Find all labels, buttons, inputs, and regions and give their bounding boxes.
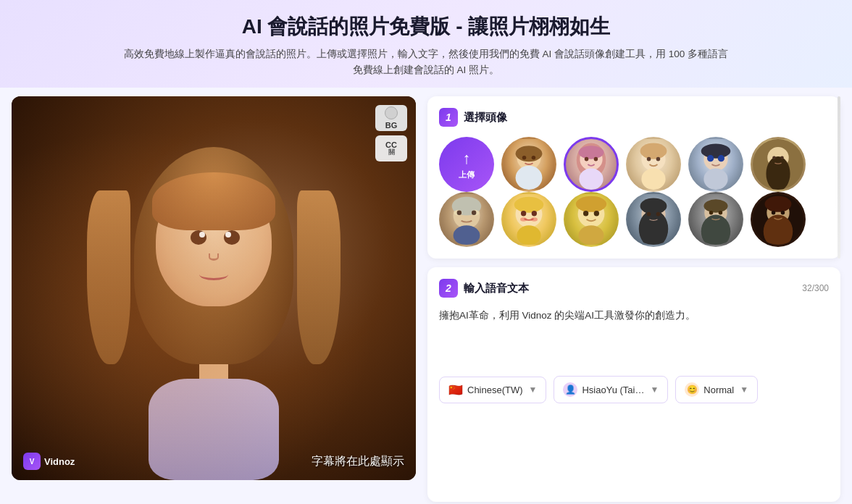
avatar-princess[interactable]	[626, 137, 681, 192]
mood-chevron-icon: ▼	[740, 385, 748, 395]
upload-label: 上傳	[459, 169, 475, 180]
svg-point-18	[707, 155, 714, 161]
bottom-controls: 🇨🇳 Chinese(TW) ▼ 👤 HsiaoYu (Tai… ▼ 😊 Nor…	[439, 376, 829, 403]
mood-label: Normal	[703, 385, 734, 395]
svg-point-24	[772, 156, 776, 160]
svg-point-57	[765, 196, 792, 212]
voice-person-icon: 👤	[563, 382, 577, 397]
avatar-section-card: 1 選擇頭像 ↑ 上傳	[427, 96, 840, 259]
avatar-upload-button[interactable]: ↑ 上傳	[439, 137, 494, 192]
avatar-einstein[interactable]	[439, 192, 494, 247]
avatar-row-2	[439, 192, 829, 247]
svg-point-60	[781, 211, 785, 215]
svg-point-42	[583, 211, 588, 216]
svg-point-10	[579, 169, 603, 190]
svg-point-53	[709, 211, 714, 215]
avatar-einstein-img	[441, 194, 492, 245]
svg-point-32	[454, 225, 480, 245]
avatar-warrior[interactable]	[751, 192, 806, 247]
avatar-section-header: 1 選擇頭像	[439, 108, 829, 127]
svg-point-39	[517, 225, 540, 245]
avatar-child-girl[interactable]	[501, 192, 556, 247]
svg-point-43	[594, 211, 599, 216]
video-background	[12, 96, 416, 480]
bg-circle-icon	[385, 106, 398, 119]
logo-icon-text: V	[30, 458, 35, 466]
text-section-card: 2 輸入語音文本 32/300 擁抱AI革命，利用 Vidnoz 的尖端AI工具…	[427, 267, 840, 502]
scroll-indicator	[838, 96, 840, 259]
mood-dropdown[interactable]: 😊 Normal ▼	[675, 376, 758, 403]
svg-point-54	[719, 211, 723, 215]
voice-chevron-icon: ▼	[650, 385, 659, 395]
bg-button[interactable]: BG	[375, 105, 407, 131]
main-content: BG CC 關 V Vidnoz 字幕將在此處顯示 1 選擇頭像	[0, 88, 852, 504]
section1-number: 1	[439, 108, 458, 127]
svg-point-17	[701, 144, 731, 159]
svg-point-31	[472, 211, 476, 215]
subtitle-bar: V Vidnoz 字幕將在此處顯示	[12, 442, 416, 480]
language-chevron-icon: ▼	[529, 385, 538, 395]
voice-dropdown[interactable]: 👤 HsiaoYu (Tai… ▼	[554, 376, 668, 403]
svg-point-41	[576, 196, 606, 212]
page-description: 高效免費地線上製作逼真的會說話的照片。上傳或選擇照片，輸入文字，然後使用我們的免…	[43, 46, 809, 77]
avatar-woman-img	[628, 194, 679, 245]
avatar-child-boy[interactable]	[564, 192, 619, 247]
avatar-girl1-img	[566, 139, 617, 190]
svg-point-25	[780, 156, 784, 160]
svg-point-52	[703, 200, 727, 213]
avatar-child-boy-img	[566, 194, 617, 245]
logo-icon: V	[23, 453, 41, 470]
avatar-boy1[interactable]	[501, 137, 556, 192]
right-panel: 1 選擇頭像 ↑ 上傳	[427, 96, 840, 502]
avatar-anime-boy[interactable]	[688, 137, 743, 192]
svg-point-23	[766, 156, 790, 190]
svg-point-14	[656, 157, 661, 161]
svg-point-49	[656, 212, 661, 217]
svg-point-1	[516, 146, 543, 161]
avatar-princess-img	[628, 139, 679, 190]
bg-button-label: BG	[385, 121, 398, 130]
desc-line2: 免費線上創建會說話的 AI 照片。	[353, 64, 499, 75]
video-panel: BG CC 關 V Vidnoz 字幕將在此處顯示	[12, 96, 416, 480]
mood-smile-icon: 😊	[685, 382, 699, 397]
avatar-warrior-img	[753, 194, 803, 245]
bg-overlay	[12, 96, 416, 480]
flag-icon: 🇨🇳	[448, 383, 463, 397]
svg-point-4	[516, 166, 543, 190]
avatar-mona-lisa[interactable]	[751, 137, 806, 192]
text-area-wrapper[interactable]: 擁抱AI革命，利用 Vidnoz 的尖端AI工具激發你的創造力。	[439, 308, 829, 366]
language-dropdown[interactable]: 🇨🇳 Chinese(TW) ▼	[439, 377, 546, 403]
text-content: 擁抱AI革命，利用 Vidnoz 的尖端AI工具激發你的創造力。	[439, 308, 829, 324]
subtitle-text: 字幕將在此處顯示	[312, 454, 404, 469]
svg-point-12	[640, 143, 667, 159]
svg-point-9	[594, 157, 598, 161]
svg-point-2	[522, 156, 527, 160]
avatar-mona-lisa-img	[753, 139, 803, 190]
cc-sub-label: 關	[388, 149, 395, 156]
svg-point-34	[514, 197, 544, 213]
page-title: AI 會說話的照片免費版 - 讓照片栩栩如生	[43, 13, 809, 41]
avatar-anime-boy-img	[690, 139, 741, 190]
language-label: Chinese(TW)	[467, 385, 523, 395]
avatar-man-vest[interactable]	[688, 192, 743, 247]
svg-point-44	[579, 225, 604, 245]
svg-point-3	[532, 156, 536, 160]
video-controls: BG CC 關	[375, 105, 407, 161]
avatar-boy1-img	[504, 139, 554, 190]
svg-point-20	[703, 169, 727, 190]
svg-point-7	[579, 146, 604, 159]
text-section-header: 2 輸入語音文本 32/300	[439, 279, 829, 298]
avatar-woman[interactable]	[626, 192, 681, 247]
avatar-child-girl-img	[504, 194, 554, 245]
svg-point-35	[521, 211, 526, 216]
cc-button[interactable]: CC 關	[375, 135, 407, 161]
avatar-row-1: ↑ 上傳	[439, 137, 829, 192]
section2-number: 2	[439, 279, 458, 298]
desc-line1: 高效免費地線上製作逼真的會說話的照片。上傳或選擇照片，輸入文字，然後使用我們的免…	[124, 49, 728, 59]
section1-title: 選擇頭像	[464, 111, 507, 125]
section2-title: 輸入語音文本	[464, 282, 529, 295]
upload-arrow-icon: ↑	[463, 149, 471, 168]
logo-text: Vidnoz	[44, 456, 75, 467]
avatar-girl1[interactable]	[564, 137, 619, 192]
avatar-man-vest-img	[690, 194, 741, 245]
